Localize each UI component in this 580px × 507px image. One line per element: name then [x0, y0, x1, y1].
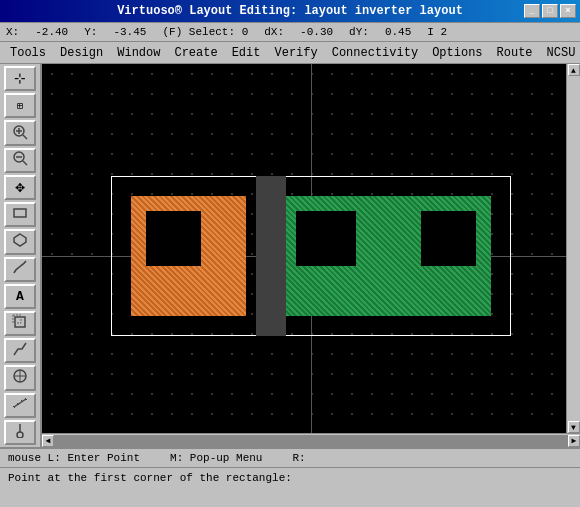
- y-value: -3.45: [113, 26, 146, 38]
- toolbar: ⊹ ⊞ ✥: [0, 64, 42, 447]
- rectangle-icon: [12, 205, 28, 225]
- transistor-hole-left: [146, 211, 201, 266]
- rectangle-button[interactable]: [4, 202, 36, 227]
- select-icon: ⊹: [14, 70, 26, 87]
- svg-line-5: [23, 161, 27, 165]
- zoom-fit-button[interactable]: ⊞: [4, 93, 36, 118]
- pan-icon: ✥: [15, 177, 25, 197]
- probe-button[interactable]: [4, 420, 36, 445]
- svg-rect-10: [13, 315, 21, 323]
- scroll-track-h: [54, 435, 568, 447]
- menu-verify[interactable]: Verify: [268, 45, 323, 61]
- zoom-fit-icon: ⊞: [17, 100, 23, 112]
- close-button[interactable]: ×: [560, 4, 576, 18]
- menu-create[interactable]: Create: [168, 45, 223, 61]
- minimize-button[interactable]: _: [524, 4, 540, 18]
- layout-content: [111, 176, 511, 336]
- contact-button[interactable]: [4, 365, 36, 390]
- zoom-in-button[interactable]: [4, 120, 36, 145]
- svg-point-20: [17, 432, 23, 438]
- bottom-bar: Point at the first corner of the rectang…: [0, 467, 580, 487]
- label-button[interactable]: A: [4, 284, 36, 309]
- dx-value: -0.30: [300, 26, 333, 38]
- coords-bar: X: -2.40 Y: -3.45 (F) Select: 0 dX: -0.3…: [0, 22, 580, 42]
- menu-design[interactable]: Design: [54, 45, 109, 61]
- zoom-in-icon: [12, 124, 28, 143]
- svg-rect-9: [15, 317, 25, 327]
- label-icon: A: [16, 289, 24, 304]
- menu-window[interactable]: Window: [111, 45, 166, 61]
- gate-bar: [256, 176, 286, 336]
- svg-rect-7: [14, 209, 26, 217]
- dy-value: 0.45: [385, 26, 411, 38]
- select-tool-button[interactable]: ⊹: [4, 66, 36, 91]
- mouse-left-hint: mouse L: Enter Point: [8, 452, 140, 464]
- horizontal-scrollbar[interactable]: ◀ ▶: [42, 433, 580, 447]
- extra-text: I 2: [427, 26, 447, 38]
- ruler-button[interactable]: [4, 393, 36, 418]
- polygon-icon: [12, 232, 28, 252]
- vertical-scrollbar[interactable]: ▲ ▼: [566, 64, 580, 433]
- path-button[interactable]: [4, 257, 36, 282]
- instance-icon: [12, 314, 28, 334]
- x-value: -2.40: [35, 26, 68, 38]
- scroll-up-button[interactable]: ▲: [568, 64, 580, 76]
- title-text: Virtuoso® Layout Editing: layout inverte…: [117, 4, 463, 18]
- dy-label: dY:: [349, 26, 369, 38]
- dx-label: dX:: [264, 26, 284, 38]
- title-bar-buttons: _ □ ×: [524, 4, 576, 18]
- menu-tools[interactable]: Tools: [4, 45, 52, 61]
- canvas-area[interactable]: ▲ ▼ ◀ ▶: [42, 64, 580, 447]
- bottom-prompt: Point at the first corner of the rectang…: [8, 472, 292, 484]
- path-icon: [12, 259, 28, 279]
- status-bar: mouse L: Enter Point M: Pop-up Menu R:: [0, 447, 580, 467]
- scroll-left-button[interactable]: ◀: [42, 435, 54, 447]
- instance-button[interactable]: [4, 311, 36, 336]
- scroll-right-button[interactable]: ▶: [568, 435, 580, 447]
- main-area: ⊹ ⊞ ✥: [0, 64, 580, 447]
- menu-options[interactable]: Options: [426, 45, 488, 61]
- wire-button[interactable]: [4, 338, 36, 363]
- probe-icon: [12, 422, 28, 442]
- transistor-hole-center: [296, 211, 356, 266]
- svg-marker-8: [14, 234, 26, 246]
- menu-route[interactable]: Route: [491, 45, 539, 61]
- maximize-button[interactable]: □: [542, 4, 558, 18]
- transistor-hole-right: [421, 211, 476, 266]
- polygon-button[interactable]: [4, 229, 36, 254]
- svg-line-14: [14, 399, 26, 407]
- menu-connectivity[interactable]: Connectivity: [326, 45, 424, 61]
- menu-bar: Tools Design Window Create Edit Verify C…: [0, 42, 580, 64]
- zoom-out-button[interactable]: [4, 148, 36, 173]
- mouse-right-hint: R:: [292, 452, 305, 464]
- mouse-mid-hint: M: Pop-up Menu: [170, 452, 262, 464]
- svg-line-1: [23, 135, 27, 139]
- menu-ncsu[interactable]: NCSU: [541, 45, 580, 61]
- title-bar: Virtuoso® Layout Editing: layout inverte…: [0, 0, 580, 22]
- pan-button[interactable]: ✥: [4, 175, 36, 200]
- mode-text: (F) Select: 0: [162, 26, 248, 38]
- y-label: Y:: [84, 26, 97, 38]
- contact-icon: [12, 368, 28, 388]
- scroll-down-button[interactable]: ▼: [568, 421, 580, 433]
- menu-edit[interactable]: Edit: [226, 45, 267, 61]
- ruler-icon: [12, 395, 28, 415]
- wire-icon: [12, 341, 28, 361]
- zoom-out-icon: [12, 150, 28, 170]
- x-label: X:: [6, 26, 19, 38]
